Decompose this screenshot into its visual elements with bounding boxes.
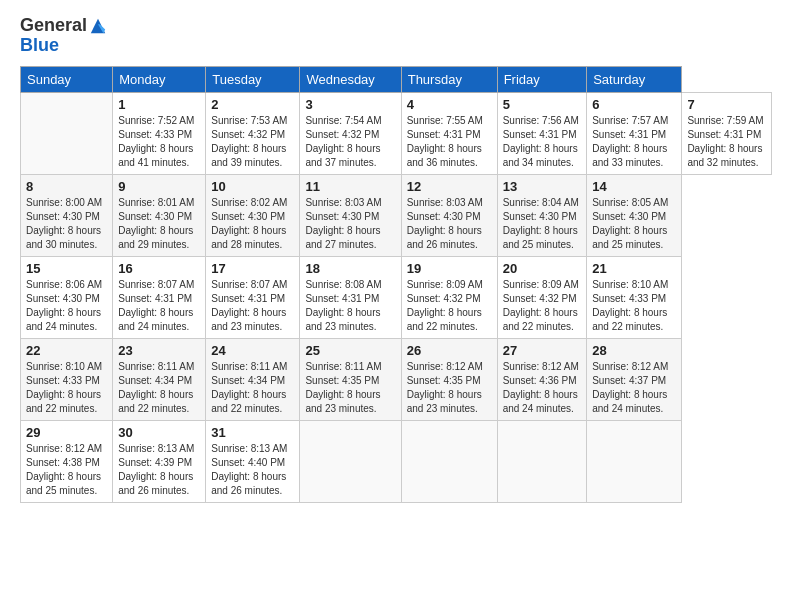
day-number: 17 — [211, 261, 294, 276]
day-number: 14 — [592, 179, 676, 194]
page: General Blue SundayMondayTuesdayWednesda… — [0, 0, 792, 612]
calendar-week-2: 8 Sunrise: 8:00 AMSunset: 4:30 PMDayligh… — [21, 174, 772, 256]
day-number: 15 — [26, 261, 107, 276]
day-info: Sunrise: 7:54 AMSunset: 4:32 PMDaylight:… — [305, 115, 381, 168]
day-info: Sunrise: 8:11 AMSunset: 4:34 PMDaylight:… — [118, 361, 194, 414]
day-number: 21 — [592, 261, 676, 276]
day-number: 6 — [592, 97, 676, 112]
calendar-cell: 30 Sunrise: 8:13 AMSunset: 4:39 PMDaylig… — [113, 420, 206, 502]
day-number: 4 — [407, 97, 492, 112]
calendar-cell: 28 Sunrise: 8:12 AMSunset: 4:37 PMDaylig… — [587, 338, 682, 420]
day-info: Sunrise: 8:12 AMSunset: 4:36 PMDaylight:… — [503, 361, 579, 414]
day-info: Sunrise: 8:12 AMSunset: 4:38 PMDaylight:… — [26, 443, 102, 496]
day-info: Sunrise: 8:00 AMSunset: 4:30 PMDaylight:… — [26, 197, 102, 250]
day-info: Sunrise: 8:09 AMSunset: 4:32 PMDaylight:… — [407, 279, 483, 332]
calendar-cell: 16 Sunrise: 8:07 AMSunset: 4:31 PMDaylig… — [113, 256, 206, 338]
calendar-cell: 27 Sunrise: 8:12 AMSunset: 4:36 PMDaylig… — [497, 338, 587, 420]
day-number: 24 — [211, 343, 294, 358]
calendar-week-5: 29 Sunrise: 8:12 AMSunset: 4:38 PMDaylig… — [21, 420, 772, 502]
day-number: 12 — [407, 179, 492, 194]
calendar-header-saturday: Saturday — [587, 66, 682, 92]
header: General Blue — [20, 16, 772, 56]
day-info: Sunrise: 8:07 AMSunset: 4:31 PMDaylight:… — [211, 279, 287, 332]
calendar-cell: 18 Sunrise: 8:08 AMSunset: 4:31 PMDaylig… — [300, 256, 401, 338]
day-number: 18 — [305, 261, 395, 276]
calendar-table: SundayMondayTuesdayWednesdayThursdayFrid… — [20, 66, 772, 503]
calendar-cell: 4 Sunrise: 7:55 AMSunset: 4:31 PMDayligh… — [401, 92, 497, 174]
day-number: 3 — [305, 97, 395, 112]
day-number: 11 — [305, 179, 395, 194]
calendar-cell: 9 Sunrise: 8:01 AMSunset: 4:30 PMDayligh… — [113, 174, 206, 256]
calendar-header-monday: Monday — [113, 66, 206, 92]
logo: General Blue — [20, 16, 107, 56]
day-number: 13 — [503, 179, 582, 194]
calendar-cell: 17 Sunrise: 8:07 AMSunset: 4:31 PMDaylig… — [206, 256, 300, 338]
day-number: 19 — [407, 261, 492, 276]
calendar-cell: 19 Sunrise: 8:09 AMSunset: 4:32 PMDaylig… — [401, 256, 497, 338]
day-number: 16 — [118, 261, 200, 276]
day-number: 29 — [26, 425, 107, 440]
day-info: Sunrise: 8:03 AMSunset: 4:30 PMDaylight:… — [305, 197, 381, 250]
calendar-cell: 20 Sunrise: 8:09 AMSunset: 4:32 PMDaylig… — [497, 256, 587, 338]
day-number: 31 — [211, 425, 294, 440]
calendar-header-row: SundayMondayTuesdayWednesdayThursdayFrid… — [21, 66, 772, 92]
day-info: Sunrise: 7:56 AMSunset: 4:31 PMDaylight:… — [503, 115, 579, 168]
calendar-cell — [300, 420, 401, 502]
day-number: 7 — [687, 97, 766, 112]
calendar-cell: 2 Sunrise: 7:53 AMSunset: 4:32 PMDayligh… — [206, 92, 300, 174]
calendar-cell — [497, 420, 587, 502]
calendar-cell — [587, 420, 682, 502]
day-number: 28 — [592, 343, 676, 358]
calendar-header-tuesday: Tuesday — [206, 66, 300, 92]
logo-text-blue: Blue — [20, 36, 107, 56]
calendar-cell: 21 Sunrise: 8:10 AMSunset: 4:33 PMDaylig… — [587, 256, 682, 338]
calendar-header-wednesday: Wednesday — [300, 66, 401, 92]
calendar-cell: 25 Sunrise: 8:11 AMSunset: 4:35 PMDaylig… — [300, 338, 401, 420]
day-info: Sunrise: 8:13 AMSunset: 4:40 PMDaylight:… — [211, 443, 287, 496]
calendar-header-thursday: Thursday — [401, 66, 497, 92]
logo-text: General — [20, 16, 87, 36]
day-info: Sunrise: 8:13 AMSunset: 4:39 PMDaylight:… — [118, 443, 194, 496]
calendar-cell — [401, 420, 497, 502]
day-number: 22 — [26, 343, 107, 358]
calendar-cell: 15 Sunrise: 8:06 AMSunset: 4:30 PMDaylig… — [21, 256, 113, 338]
calendar-header-friday: Friday — [497, 66, 587, 92]
calendar-week-3: 15 Sunrise: 8:06 AMSunset: 4:30 PMDaylig… — [21, 256, 772, 338]
day-number: 25 — [305, 343, 395, 358]
day-info: Sunrise: 8:01 AMSunset: 4:30 PMDaylight:… — [118, 197, 194, 250]
calendar-cell: 3 Sunrise: 7:54 AMSunset: 4:32 PMDayligh… — [300, 92, 401, 174]
calendar-header-sunday: Sunday — [21, 66, 113, 92]
day-number: 30 — [118, 425, 200, 440]
day-info: Sunrise: 7:55 AMSunset: 4:31 PMDaylight:… — [407, 115, 483, 168]
calendar-week-1: 1 Sunrise: 7:52 AMSunset: 4:33 PMDayligh… — [21, 92, 772, 174]
day-info: Sunrise: 8:10 AMSunset: 4:33 PMDaylight:… — [26, 361, 102, 414]
calendar-cell: 10 Sunrise: 8:02 AMSunset: 4:30 PMDaylig… — [206, 174, 300, 256]
calendar-cell: 23 Sunrise: 8:11 AMSunset: 4:34 PMDaylig… — [113, 338, 206, 420]
day-info: Sunrise: 8:12 AMSunset: 4:37 PMDaylight:… — [592, 361, 668, 414]
calendar-cell: 22 Sunrise: 8:10 AMSunset: 4:33 PMDaylig… — [21, 338, 113, 420]
calendar-cell: 11 Sunrise: 8:03 AMSunset: 4:30 PMDaylig… — [300, 174, 401, 256]
calendar-cell — [21, 92, 113, 174]
day-info: Sunrise: 8:10 AMSunset: 4:33 PMDaylight:… — [592, 279, 668, 332]
calendar-cell: 8 Sunrise: 8:00 AMSunset: 4:30 PMDayligh… — [21, 174, 113, 256]
calendar-week-4: 22 Sunrise: 8:10 AMSunset: 4:33 PMDaylig… — [21, 338, 772, 420]
day-info: Sunrise: 8:02 AMSunset: 4:30 PMDaylight:… — [211, 197, 287, 250]
day-info: Sunrise: 8:08 AMSunset: 4:31 PMDaylight:… — [305, 279, 381, 332]
calendar-cell: 14 Sunrise: 8:05 AMSunset: 4:30 PMDaylig… — [587, 174, 682, 256]
calendar-cell: 29 Sunrise: 8:12 AMSunset: 4:38 PMDaylig… — [21, 420, 113, 502]
day-number: 1 — [118, 97, 200, 112]
calendar-cell: 31 Sunrise: 8:13 AMSunset: 4:40 PMDaylig… — [206, 420, 300, 502]
day-info: Sunrise: 8:04 AMSunset: 4:30 PMDaylight:… — [503, 197, 579, 250]
day-number: 2 — [211, 97, 294, 112]
day-number: 23 — [118, 343, 200, 358]
day-number: 26 — [407, 343, 492, 358]
day-info: Sunrise: 7:57 AMSunset: 4:31 PMDaylight:… — [592, 115, 668, 168]
day-info: Sunrise: 8:06 AMSunset: 4:30 PMDaylight:… — [26, 279, 102, 332]
day-number: 8 — [26, 179, 107, 194]
calendar-cell: 13 Sunrise: 8:04 AMSunset: 4:30 PMDaylig… — [497, 174, 587, 256]
calendar-cell: 12 Sunrise: 8:03 AMSunset: 4:30 PMDaylig… — [401, 174, 497, 256]
day-info: Sunrise: 8:07 AMSunset: 4:31 PMDaylight:… — [118, 279, 194, 332]
day-info: Sunrise: 8:12 AMSunset: 4:35 PMDaylight:… — [407, 361, 483, 414]
day-number: 5 — [503, 97, 582, 112]
day-info: Sunrise: 8:09 AMSunset: 4:32 PMDaylight:… — [503, 279, 579, 332]
